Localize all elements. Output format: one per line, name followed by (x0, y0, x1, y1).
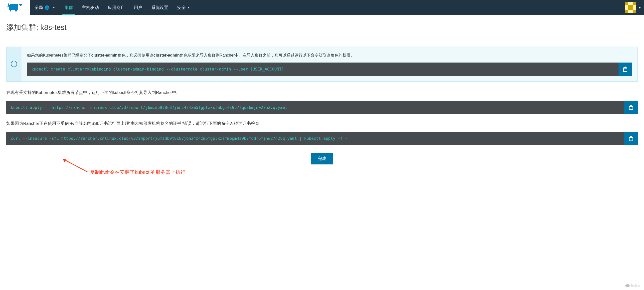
nav-item-catalog[interactable]: 应用商店 (103, 0, 129, 15)
nav-spacer (195, 0, 625, 15)
chevron-down-icon: ▼ (187, 6, 190, 9)
code-row-1: kubectl create clusterrolebinding cluste… (27, 63, 632, 76)
divider (6, 39, 638, 39)
nav-global[interactable]: 全局 🌐 ▼ (30, 0, 60, 15)
title-prefix: 添加集群: (6, 23, 40, 31)
clipboard-icon (628, 136, 634, 141)
globe-icon: 🌐 (44, 5, 50, 10)
info-body: 如果您的Kubernetes集群已经定义了cluster-admin角色，您必须… (22, 47, 638, 81)
nav-item-clusters[interactable]: 集群 (60, 0, 78, 15)
avatar (625, 2, 636, 13)
code-block[interactable]: kubectl create clusterrolebinding cluste… (27, 63, 618, 76)
info-text: 如果您的Kubernetes集群已经定义了cluster-admin角色，您必须… (27, 52, 632, 59)
copy-button-3[interactable] (624, 132, 638, 145)
nav-item-drivers[interactable]: 主机驱动 (78, 0, 103, 15)
main-nav: 全局 🌐 ▼ 集群 主机驱动 应用商店 用户 系统设置 安全 ▼ ▼ (30, 0, 644, 15)
section1-text: 在现有受支持的Kubernetes集群所有节点中，运行下面的kubectl命令将… (6, 89, 638, 96)
page-body: 添加集群: k8s-test ⓘ 如果您的Kubernetes集群已经定义了cl… (0, 15, 644, 174)
logo[interactable] (0, 0, 30, 15)
topbar: 全局 🌐 ▼ 集群 主机驱动 应用商店 用户 系统设置 安全 ▼ ▼ (0, 0, 644, 15)
chevron-down-icon: ▼ (638, 5, 642, 9)
nav-left: 全局 🌐 ▼ 集群 主机驱动 应用商店 用户 系统设置 安全 ▼ (30, 0, 195, 15)
nav-item-label: 安全 (177, 5, 186, 10)
nav-item-label: 集群 (64, 5, 73, 10)
bull-icon (6, 2, 24, 12)
code-block[interactable]: curl --insecure -sfL https://rancher.cnl… (6, 132, 624, 145)
code-block[interactable]: kubectl apply -f https://rancher.cnlinux… (6, 101, 624, 114)
chevron-down-icon: ▼ (52, 6, 56, 9)
info-icon: ⓘ (6, 47, 22, 81)
nav-item-security[interactable]: 安全 ▼ (173, 0, 195, 15)
nav-global-label: 全局 (34, 5, 43, 10)
copy-button-1[interactable] (618, 63, 632, 76)
nav-item-users[interactable]: 用户 (129, 0, 147, 15)
section2-text: 如果因为Rancher正在使用不受信任/自签名的SSL证书运行而出现"由未知颁发… (6, 120, 638, 127)
page-title: 添加集群: k8s-test (6, 22, 638, 33)
copy-button-2[interactable] (624, 101, 638, 114)
clipboard-icon (628, 105, 634, 110)
nav-item-label: 应用商店 (108, 5, 125, 10)
nav-item-label: 系统设置 (151, 5, 168, 10)
nav-item-label: 主机驱动 (82, 5, 99, 10)
code-row-3: curl --insecure -sfL https://rancher.cnl… (6, 132, 638, 145)
clipboard-icon (623, 67, 628, 72)
info-banner: ⓘ 如果您的Kubernetes集群已经定义了cluster-admin角色，您… (6, 47, 638, 82)
nav-item-label: 用户 (134, 5, 142, 10)
footer-actions: 完成 (6, 153, 638, 164)
annotation-text: 复制此命令在安装了kubectl的服务器上执行 (90, 169, 186, 174)
user-menu[interactable]: ▼ (625, 0, 644, 15)
code-row-2: kubectl apply -f https://rancher.cnlinux… (6, 101, 638, 114)
nav-item-settings[interactable]: 系统设置 (147, 0, 173, 15)
cluster-name: k8s-test (40, 23, 67, 31)
done-button[interactable]: 完成 (311, 153, 333, 164)
